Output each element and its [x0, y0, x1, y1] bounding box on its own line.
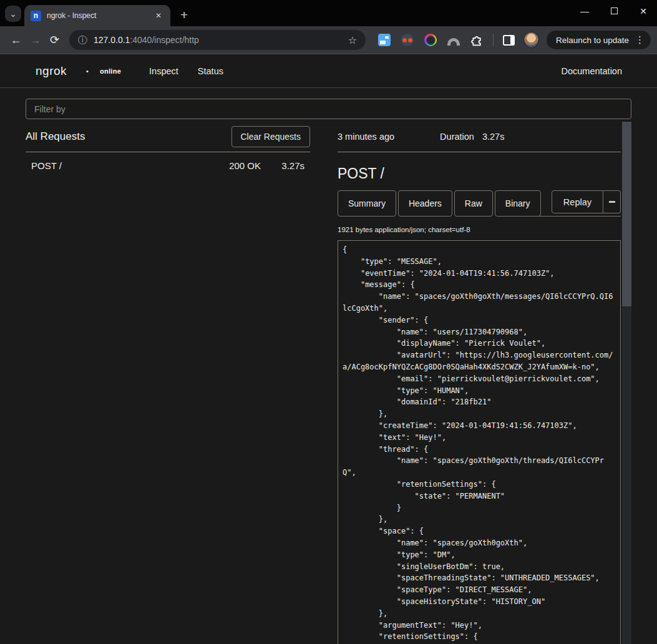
arc-icon	[447, 38, 460, 46]
requests-panel-header: All Requests Clear Requests	[26, 122, 310, 152]
request-body-box: { "type": "MESSAGE", "eventTime": "2024-…	[338, 240, 621, 644]
detail-title: POST /	[338, 165, 621, 182]
detail-panel: 3 minutes ago Duration 3.27s POST / Summ…	[338, 122, 631, 644]
robot-goggles-icon	[401, 34, 414, 46]
main-content: All Requests Clear Requests POST / 200 O…	[0, 119, 657, 644]
tab-close-icon[interactable]: ✕	[153, 10, 164, 21]
address-bar[interactable]: ⓘ 127.0.0.1 :4040/inspect/http ☆	[69, 30, 366, 50]
tab-manager-icon	[378, 34, 391, 46]
detail-divider	[338, 152, 621, 152]
body-meta: 1921 bytes application/json; charset=utf…	[338, 226, 621, 233]
detail-tabs: Summary Headers Raw Binary Replay	[338, 190, 621, 217]
site-info-icon[interactable]: ⓘ	[78, 34, 87, 46]
forward-button[interactable]: →	[26, 34, 45, 47]
filter-input[interactable]	[26, 99, 631, 119]
menu-dash-icon	[609, 201, 615, 203]
tab-title: ngrok - Inspect	[47, 11, 153, 20]
extensions-row	[377, 33, 484, 47]
puzzle-icon	[470, 34, 484, 47]
detail-scrollbar[interactable]	[622, 122, 631, 644]
camera-extension-button[interactable]	[424, 33, 437, 47]
duration-label: Duration	[440, 132, 474, 142]
ngrok-logo: ngrok	[36, 64, 67, 78]
ngrok-favicon-icon: n	[31, 11, 41, 21]
back-button[interactable]: ←	[6, 34, 26, 47]
tab-summary[interactable]: Summary	[338, 190, 396, 217]
browser-toolbar: ← → ⟳ ⓘ 127.0.0.1 :4040/inspect/http ☆ R…	[0, 26, 657, 54]
relaunch-label: Relaunch to update	[556, 36, 629, 45]
browser-menu-icon[interactable]: ⋮	[635, 34, 645, 46]
bookmark-star-icon[interactable]: ☆	[348, 34, 357, 46]
tab-raw[interactable]: Raw	[454, 190, 493, 217]
duration-value: 3.27s	[482, 132, 504, 142]
close-window-button[interactable]: ✕	[638, 6, 648, 16]
replay-button[interactable]: Replay	[552, 190, 603, 213]
tab-search-button[interactable]: ⌄	[5, 6, 21, 22]
camera-lens-icon	[424, 34, 437, 46]
scrollbar-thumb[interactable]	[622, 122, 631, 306]
request-body-json: { "type": "MESSAGE", "eventTime": "2024-…	[343, 244, 616, 643]
tab-headers[interactable]: Headers	[398, 190, 452, 217]
maximize-icon	[611, 7, 618, 14]
clear-requests-button[interactable]: Clear Requests	[231, 126, 311, 147]
replay-button-group: Replay	[552, 190, 621, 213]
toolbar-separator	[493, 34, 494, 46]
url-host: 127.0.0.1	[94, 35, 130, 45]
time-ago: 3 minutes ago	[338, 132, 394, 142]
new-tab-button[interactable]: +	[180, 8, 188, 21]
maximize-button[interactable]	[609, 6, 619, 16]
robot-extension-button[interactable]	[401, 33, 414, 47]
plus-icon: +	[180, 7, 188, 22]
replay-menu-button[interactable]	[603, 190, 621, 213]
status-dot-icon: •	[86, 67, 89, 75]
request-method-path: POST /	[31, 160, 229, 171]
request-duration: 3.27s	[277, 160, 304, 171]
minimize-button[interactable]: —	[580, 6, 590, 16]
window-controls: — ✕	[580, 6, 648, 16]
side-panel-button[interactable]	[503, 35, 515, 46]
app-header: ngrok • online Inspect Status Documentat…	[0, 54, 657, 88]
request-row[interactable]: POST / 200 OK 3.27s	[26, 152, 310, 178]
tab-binary[interactable]: Binary	[495, 190, 541, 217]
requests-title: All Requests	[26, 130, 85, 143]
detail-content: 3 minutes ago Duration 3.27s POST / Summ…	[338, 122, 621, 644]
url-path: :4040/inspect/http	[130, 35, 199, 45]
browser-tab[interactable]: n ngrok - Inspect ✕	[24, 5, 170, 26]
nav-inspect[interactable]: Inspect	[149, 66, 178, 76]
reload-button[interactable]: ⟳	[45, 33, 64, 47]
vpn-extension-button[interactable]	[447, 33, 460, 47]
profile-avatar[interactable]	[523, 32, 539, 48]
browser-titlebar: ⌄ n ngrok - Inspect ✕ + — ✕	[0, 0, 657, 26]
detail-meta-row: 3 minutes ago Duration 3.27s	[338, 122, 621, 152]
nav-documentation[interactable]: Documentation	[561, 66, 622, 76]
requests-panel: All Requests Clear Requests POST / 200 O…	[26, 122, 310, 644]
ngrok-page: ngrok • online Inspect Status Documentat…	[0, 54, 657, 644]
chevron-down-icon: ⌄	[10, 9, 17, 19]
filter-section	[0, 88, 657, 119]
status-badge: online	[100, 67, 121, 75]
tab-manager-extension-button[interactable]	[377, 33, 391, 47]
relaunch-button[interactable]: Relaunch to update ⋮	[547, 31, 651, 49]
nav-status[interactable]: Status	[198, 66, 223, 76]
extensions-menu-button[interactable]	[470, 33, 484, 47]
request-status: 200 OK	[229, 160, 261, 171]
